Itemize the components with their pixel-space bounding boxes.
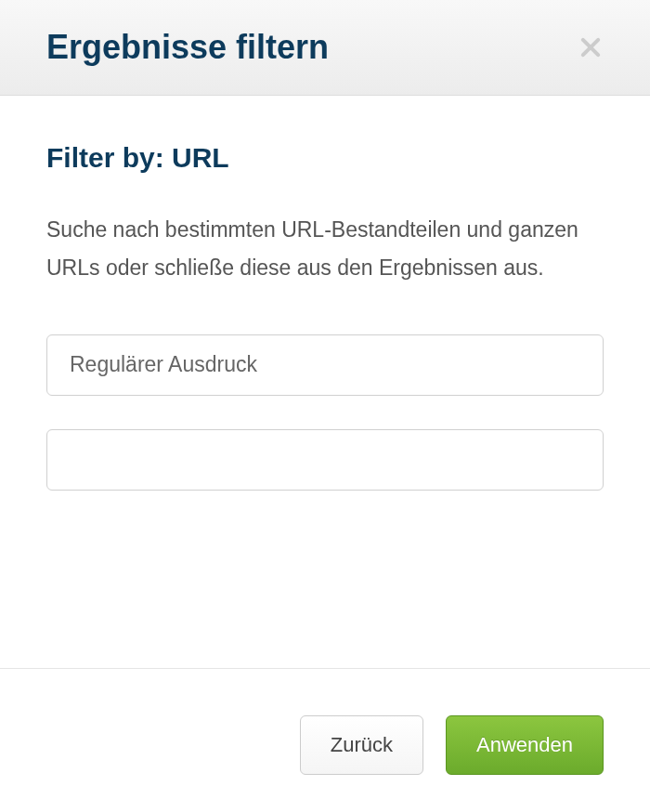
close-button[interactable] [578, 34, 604, 60]
modal-footer: Zurück Anwenden [0, 668, 650, 812]
apply-button[interactable]: Anwenden [446, 715, 604, 775]
modal-body: Filter by: URL Suche nach bestimmten URL… [0, 96, 650, 570]
regex-input[interactable] [46, 334, 604, 396]
modal-header: Ergebnisse filtern [0, 0, 650, 96]
modal-title: Ergebnisse filtern [46, 28, 329, 67]
close-icon [578, 34, 604, 60]
section-title: Filter by: URL [46, 142, 604, 174]
url-input[interactable] [46, 429, 604, 491]
back-button[interactable]: Zurück [300, 715, 423, 775]
filter-description: Suche nach bestimmten URL-Bestandteilen … [46, 211, 604, 288]
